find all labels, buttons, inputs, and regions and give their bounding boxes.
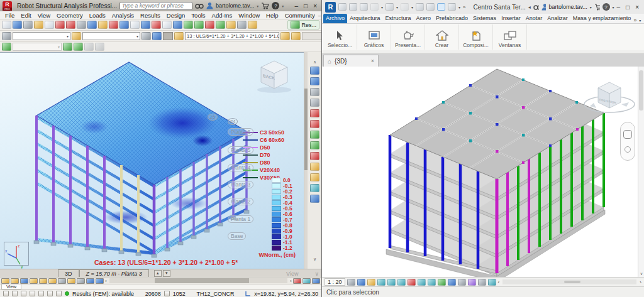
canvas-scrollbar[interactable]: ∨ xyxy=(638,67,644,277)
cut-icon[interactable] xyxy=(77,21,86,29)
slab-tool-icon[interactable] xyxy=(310,184,319,192)
support-tool-icon[interactable] xyxy=(310,120,319,128)
chart-icon[interactable] xyxy=(216,21,225,29)
display-icon[interactable] xyxy=(152,32,162,40)
pane-collapse-icon[interactable]: ∨ xyxy=(314,271,319,277)
search-binoculars-icon[interactable] xyxy=(195,3,204,9)
table-view-icon[interactable] xyxy=(130,21,140,29)
nodes-tool-icon[interactable] xyxy=(310,67,319,75)
browser-icon[interactable] xyxy=(338,3,347,11)
fly-through-icon[interactable] xyxy=(194,21,204,29)
scroll-down-icon[interactable]: ∨ xyxy=(638,271,644,276)
minimize-button[interactable]: – xyxy=(295,3,299,9)
zoom-window-icon[interactable] xyxy=(173,21,182,29)
save-icon[interactable] xyxy=(360,3,368,11)
status-filter-icon[interactable] xyxy=(56,291,62,296)
display-option-icon[interactable] xyxy=(67,278,75,284)
tab-3d[interactable]: 3D xyxy=(58,269,79,277)
redo-caret-icon[interactable]: ▾ xyxy=(411,5,413,9)
ribbon-present-button[interactable]: Presenta... xyxy=(391,24,425,50)
panel-tool-icon[interactable] xyxy=(310,88,319,96)
help-icon[interactable]: ? xyxy=(272,2,279,9)
grid-tool-icon[interactable] xyxy=(310,195,319,203)
user-icon[interactable] xyxy=(206,2,213,9)
case-list-icon[interactable] xyxy=(291,32,301,40)
scroll-left-icon[interactable]: ‹ xyxy=(105,278,107,284)
sync-caret-icon[interactable]: ▾ xyxy=(381,5,383,9)
worksharing-icon[interactable] xyxy=(488,279,496,286)
menu-community[interactable]: Community xyxy=(282,12,318,19)
robot-logo-icon[interactable]: RPRO xyxy=(3,1,12,11)
help-caret-icon[interactable]: ▾ xyxy=(282,4,284,8)
status-mode-icon[interactable] xyxy=(38,291,44,296)
case-mode-icon[interactable] xyxy=(280,32,290,40)
status-grid-icon[interactable] xyxy=(21,291,26,296)
robot-3d-viewport[interactable]: z x y BACK C3 50x50 C6 60x60 xyxy=(0,52,304,269)
tab-estructura[interactable]: Estructura xyxy=(383,14,414,23)
display-option-icon[interactable] xyxy=(39,278,47,284)
status-snap-icon[interactable] xyxy=(12,291,18,296)
color-swatch[interactable] xyxy=(163,32,173,40)
load-case-icon[interactable] xyxy=(174,32,184,40)
wall-tool-icon[interactable] xyxy=(310,99,319,107)
ribbon-select-button[interactable]: Seleccio... xyxy=(323,24,357,50)
paste-icon[interactable] xyxy=(98,21,108,29)
horizontal-scrollbar[interactable] xyxy=(109,278,288,283)
reveal-hidden-icon[interactable] xyxy=(438,279,446,286)
window-layout-icon[interactable] xyxy=(141,21,150,29)
view-scale[interactable]: 1 : 20 xyxy=(325,278,345,286)
menu-view[interactable]: View xyxy=(35,12,53,19)
load-tool-icon[interactable] xyxy=(310,152,319,160)
tab-sistemas[interactable]: Sistemas xyxy=(470,14,499,23)
select-bars-icon[interactable] xyxy=(72,32,81,40)
tab-analizar[interactable]: Analizar xyxy=(545,14,570,23)
menu-file[interactable]: File xyxy=(2,12,18,19)
ribbon-compose-button[interactable]: Composi... xyxy=(459,24,493,50)
side-toolbar-scrollbar[interactable] xyxy=(304,52,308,269)
object-inspector-icon[interactable] xyxy=(63,43,72,51)
menu-geometry[interactable]: Geometry xyxy=(53,12,86,19)
section-icon[interactable] xyxy=(437,3,445,11)
shadows-icon[interactable] xyxy=(377,279,386,286)
opening-tool-icon[interactable] xyxy=(310,109,319,117)
screen-capture-icon[interactable] xyxy=(55,21,65,29)
temporary-hide-icon[interactable] xyxy=(428,279,436,286)
tab-archivo[interactable]: Archivo xyxy=(323,14,347,23)
ribbon-windows-button[interactable]: Ventanas xyxy=(493,24,527,50)
account-caret-icon[interactable]: ▾ xyxy=(590,5,592,9)
open-icon[interactable] xyxy=(349,3,357,11)
viewcube[interactable]: BACK xyxy=(254,58,294,94)
wrench-icon[interactable] xyxy=(237,21,247,29)
account-menu[interactable]: bartolome.tav... xyxy=(216,3,254,9)
print-icon[interactable] xyxy=(416,3,424,11)
account-caret-icon[interactable]: ▾ xyxy=(257,4,258,8)
zoom-tool-icon[interactable] xyxy=(625,146,631,153)
select-nodes-icon[interactable] xyxy=(2,32,11,40)
undo-icon[interactable] xyxy=(386,3,394,11)
help-caret-icon[interactable]: ▾ xyxy=(613,5,614,9)
preferences-icon[interactable] xyxy=(226,21,236,29)
load-case-combo[interactable]: 13 : ULS/6=1*1.20 + 3*1.20 + 2*1.00 + 5*… xyxy=(185,32,279,40)
tab-prefabricado[interactable]: Prefabricado xyxy=(433,14,470,23)
search-binoculars-icon[interactable] xyxy=(533,4,539,11)
node-selection-combo[interactable]: ▾ xyxy=(13,32,70,40)
layer-tool-icon[interactable] xyxy=(310,173,319,181)
status-cursor-icon[interactable] xyxy=(30,291,35,296)
close-button[interactable]: × xyxy=(635,4,639,11)
minimize-button[interactable]: – xyxy=(617,4,621,11)
menu-help[interactable]: Help xyxy=(263,12,282,19)
ribbon-create-button[interactable]: Crear xyxy=(425,24,459,50)
display-option-icon[interactable] xyxy=(48,278,57,284)
pan-view-icon[interactable] xyxy=(303,278,311,284)
tab-anotar[interactable]: Anotar xyxy=(523,14,545,23)
crop-view-icon[interactable] xyxy=(397,279,406,286)
temporary-properties-icon[interactable] xyxy=(448,279,456,286)
display-option-icon[interactable] xyxy=(1,278,9,284)
user-icon[interactable] xyxy=(541,3,546,11)
new-project-icon[interactable] xyxy=(2,21,11,29)
thin-lines-icon[interactable] xyxy=(448,3,456,11)
attributes-icon[interactable] xyxy=(142,32,151,40)
display-option-icon[interactable] xyxy=(58,278,66,284)
delete-icon[interactable] xyxy=(66,21,75,29)
render-icon[interactable] xyxy=(387,279,396,286)
